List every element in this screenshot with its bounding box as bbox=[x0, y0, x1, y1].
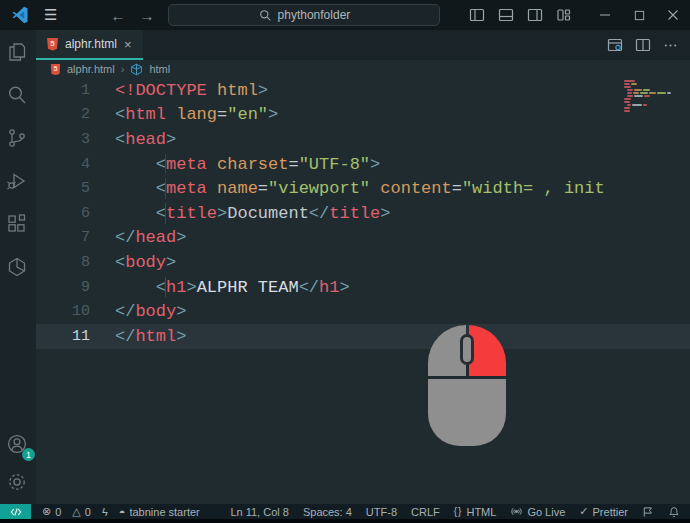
line-number: 11 bbox=[36, 328, 96, 345]
warnings-label: 0 bbox=[85, 506, 91, 518]
code-line-1[interactable]: 1<!DOCTYPE html> bbox=[36, 78, 690, 103]
indent-guide bbox=[165, 154, 166, 175]
eol-label: CRLF bbox=[411, 506, 440, 518]
status-tabnine[interactable]: ◓tabnine starter bbox=[119, 506, 200, 518]
extensions-icon[interactable] bbox=[5, 212, 31, 238]
code-text: <meta charset="UTF-8"> bbox=[115, 155, 380, 174]
warnings-glyph-icon: △ bbox=[72, 505, 80, 518]
status-eol[interactable]: CRLF bbox=[411, 506, 440, 518]
line-number: 3 bbox=[36, 131, 96, 148]
minimap-line bbox=[624, 80, 688, 82]
tab-strip: 5 alphr.html × bbox=[36, 30, 690, 60]
code-line-2[interactable]: 2<html lang="en"> bbox=[36, 103, 690, 128]
menu-icon[interactable]: ☰ bbox=[44, 6, 58, 24]
errors-glyph-icon: ⊗ bbox=[42, 505, 51, 518]
split-editor-icon[interactable] bbox=[635, 37, 651, 53]
settings-gear-icon[interactable] bbox=[5, 470, 31, 496]
code-line-5[interactable]: 5 <meta name="viewport" content="width= … bbox=[36, 176, 690, 201]
status-notifications[interactable] bbox=[668, 506, 680, 518]
errors-label: 0 bbox=[55, 506, 61, 518]
thunder-client-glyph-icon: ϟ bbox=[102, 506, 108, 518]
search-icon[interactable] bbox=[5, 83, 31, 109]
code-text: </head> bbox=[115, 228, 186, 247]
breadcrumb-symbol[interactable]: html bbox=[149, 63, 170, 75]
maximize-icon[interactable] bbox=[622, 0, 656, 30]
forward-icon[interactable]: → bbox=[139, 7, 154, 24]
back-icon[interactable]: ← bbox=[110, 7, 125, 24]
line-number: 10 bbox=[36, 303, 96, 320]
code-line-4[interactable]: 4 <meta charset="UTF-8"> bbox=[36, 152, 690, 177]
broadcast-icon bbox=[510, 505, 523, 518]
code-text: <meta name="viewport" content="width= , … bbox=[115, 179, 605, 198]
minimap-line bbox=[624, 98, 688, 100]
remote-indicator[interactable] bbox=[0, 504, 31, 519]
run-debug-icon[interactable] bbox=[5, 169, 31, 195]
html5-file-icon: 5 bbox=[51, 63, 61, 75]
vscode-logo-icon bbox=[10, 5, 30, 25]
toggle-panel-icon[interactable] bbox=[498, 7, 514, 23]
minimap-line bbox=[624, 110, 688, 112]
code-text: <!DOCTYPE html> bbox=[115, 81, 268, 100]
code-line-6[interactable]: 6 <title>Document</title> bbox=[36, 201, 690, 226]
status-feedback[interactable] bbox=[642, 506, 654, 518]
explorer-icon[interactable] bbox=[5, 40, 31, 66]
cursor-position-label: Ln 11, Col 8 bbox=[230, 506, 289, 518]
toggle-sidebar-icon[interactable] bbox=[469, 7, 485, 23]
code-line-3[interactable]: 3<head> bbox=[36, 127, 690, 152]
bell-icon bbox=[668, 506, 680, 518]
code-line-8[interactable]: 8<body> bbox=[36, 250, 690, 275]
mouse-graphic bbox=[428, 325, 506, 446]
code-line-11[interactable]: 11</html> bbox=[36, 324, 690, 349]
status-prettier[interactable]: ✓Prettier bbox=[579, 505, 628, 518]
html5-file-icon: 5 bbox=[47, 38, 58, 51]
line-number: 2 bbox=[36, 106, 96, 123]
code-text: </html> bbox=[115, 327, 186, 346]
tab-label: alphr.html bbox=[65, 37, 117, 51]
breadcrumb-file[interactable]: alphr.html bbox=[67, 63, 115, 75]
breadcrumb: 5 alphr.html › html bbox=[36, 60, 690, 78]
minimap-line bbox=[624, 92, 688, 94]
line-number: 7 bbox=[36, 229, 96, 246]
status-encoding[interactable]: UTF-8 bbox=[366, 506, 397, 518]
open-preview-icon[interactable] bbox=[607, 37, 623, 53]
activity-bar: 1 bbox=[0, 30, 36, 504]
more-actions-icon[interactable] bbox=[663, 38, 678, 53]
tab-alphr-html[interactable]: 5 alphr.html × bbox=[36, 30, 143, 60]
status-errors[interactable]: ⊗0 bbox=[42, 505, 61, 518]
close-icon[interactable] bbox=[656, 0, 690, 30]
code-line-7[interactable]: 7</head> bbox=[36, 226, 690, 251]
code-line-9[interactable]: 9 <h1>ALPHR TEAM</h1> bbox=[36, 275, 690, 300]
mouse-right-button-highlighted bbox=[469, 325, 507, 376]
status-go-live[interactable]: Go Live bbox=[510, 505, 565, 518]
language-mode-glyph-icon: {} bbox=[454, 506, 463, 517]
minimap-line bbox=[624, 86, 688, 88]
code-text: <body> bbox=[115, 253, 176, 272]
mouse-body bbox=[428, 379, 506, 446]
search-value: phythonfolder bbox=[278, 8, 351, 22]
package-icon[interactable] bbox=[5, 255, 31, 281]
status-language-mode[interactable]: {}HTML bbox=[454, 506, 497, 518]
status-cursor-position[interactable]: Ln 11, Col 8 bbox=[230, 506, 289, 518]
code-text: <title>Document</title> bbox=[115, 204, 390, 223]
line-number: 8 bbox=[36, 254, 96, 271]
status-warnings[interactable]: △0 bbox=[72, 505, 91, 518]
minimap-line bbox=[624, 95, 688, 97]
tabnine-glyph-icon: ◓ bbox=[119, 506, 126, 518]
code-editor[interactable]: 1<!DOCTYPE html>2<html lang="en">3<head>… bbox=[36, 78, 690, 504]
command-center-search[interactable]: phythonfolder bbox=[168, 4, 440, 26]
html-symbol-icon bbox=[130, 63, 143, 76]
code-text: <h1>ALPHR TEAM</h1> bbox=[115, 278, 350, 297]
customize-layout-icon[interactable] bbox=[556, 7, 572, 23]
code-line-10[interactable]: 10</body> bbox=[36, 299, 690, 324]
line-number: 5 bbox=[36, 180, 96, 197]
tab-close-icon[interactable]: × bbox=[124, 37, 132, 52]
toggle-secondary-sidebar-icon[interactable] bbox=[527, 7, 543, 23]
source-control-icon[interactable] bbox=[5, 126, 31, 152]
line-number: 9 bbox=[36, 279, 96, 296]
minimize-icon[interactable] bbox=[588, 0, 622, 30]
status-thunder-client[interactable]: ϟ bbox=[102, 506, 108, 518]
title-bar: ☰ ← → phythonfolder bbox=[0, 0, 690, 30]
status-indentation[interactable]: Spaces: 4 bbox=[303, 506, 352, 518]
account-icon[interactable]: 1 bbox=[5, 432, 31, 458]
minimap[interactable] bbox=[624, 80, 688, 113]
